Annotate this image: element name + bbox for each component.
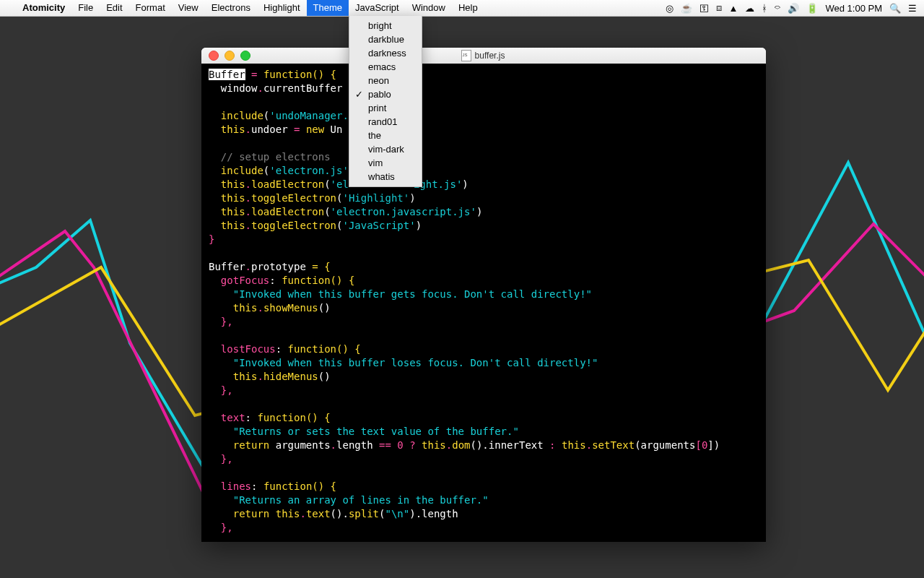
editor-window: buffer.js Buffer = function() { window.c… xyxy=(201,48,766,542)
cloud-icon[interactable]: ☁ xyxy=(745,3,754,14)
menu-view[interactable]: View xyxy=(172,0,205,16)
theme-item-whatis[interactable]: whatis xyxy=(349,170,422,184)
battery-icon[interactable]: 🔋 xyxy=(806,3,818,14)
dropbox-icon[interactable]: ⧈ xyxy=(716,2,722,14)
theme-item-print[interactable]: print xyxy=(349,101,422,115)
theme-item-bright[interactable]: bright xyxy=(349,19,422,33)
app-menu[interactable]: Atomicity xyxy=(16,0,71,16)
theme-dropdown: bright darkblue darkness emacs neon ✓pab… xyxy=(349,16,422,187)
theme-item-emacs[interactable]: emacs xyxy=(349,60,422,74)
theme-item-rand01[interactable]: rand01 xyxy=(349,115,422,129)
menubar: Atomicity File Edit Format View Electron… xyxy=(0,0,924,17)
check-icon: ✓ xyxy=(355,88,363,100)
coffee-icon[interactable]: ☕ xyxy=(681,3,692,14)
window-title: buffer.js xyxy=(475,51,505,61)
system-tray: ◎ ☕ ⚿ ⧈ ▲ ☁ ᚼ ⌔ 🔊 🔋 Wed 1:00 PM 🔍 ☰ xyxy=(666,2,924,14)
close-window-button[interactable] xyxy=(209,51,219,61)
zoom-window-button[interactable] xyxy=(240,51,250,61)
document-icon xyxy=(461,50,471,61)
menu-electrons[interactable]: Electrons xyxy=(205,0,257,16)
menu-highlight[interactable]: Highlight xyxy=(257,0,307,16)
code-editor[interactable]: Buffer = function() { window.currentBuff… xyxy=(201,64,766,542)
theme-item-neon[interactable]: neon xyxy=(349,74,422,87)
spotlight-icon[interactable]: 🔍 xyxy=(889,3,901,14)
menu-format[interactable]: Format xyxy=(129,0,172,16)
menu-edit[interactable]: Edit xyxy=(100,0,128,16)
menu-help[interactable]: Help xyxy=(452,0,484,16)
window-titlebar[interactable]: buffer.js xyxy=(201,48,766,64)
theme-item-vim-dark[interactable]: vim-dark xyxy=(349,142,422,156)
theme-item-darkblue[interactable]: darkblue xyxy=(349,33,422,46)
menu-theme[interactable]: Theme xyxy=(307,0,349,16)
key-icon[interactable]: ⚿ xyxy=(699,3,709,14)
bluetooth-icon[interactable]: ᚼ xyxy=(762,3,767,14)
clock[interactable]: Wed 1:00 PM xyxy=(825,3,882,14)
volume-icon[interactable]: 🔊 xyxy=(788,3,799,14)
drive-icon[interactable]: ▲ xyxy=(729,3,738,14)
theme-item-darkness[interactable]: darkness xyxy=(349,46,422,60)
theme-item-pablo[interactable]: ✓pablo xyxy=(349,87,422,101)
minimize-window-button[interactable] xyxy=(225,51,235,61)
menu-javascript[interactable]: JavaScript xyxy=(349,0,406,16)
notification-center-icon[interactable]: ☰ xyxy=(908,3,917,14)
menu-window[interactable]: Window xyxy=(406,0,452,16)
siri-icon[interactable]: ◎ xyxy=(666,3,674,14)
menu-file[interactable]: File xyxy=(71,0,100,16)
wifi-icon[interactable]: ⌔ xyxy=(775,3,780,14)
theme-item-vim[interactable]: vim xyxy=(349,156,422,170)
theme-item-the[interactable]: the xyxy=(349,129,422,142)
